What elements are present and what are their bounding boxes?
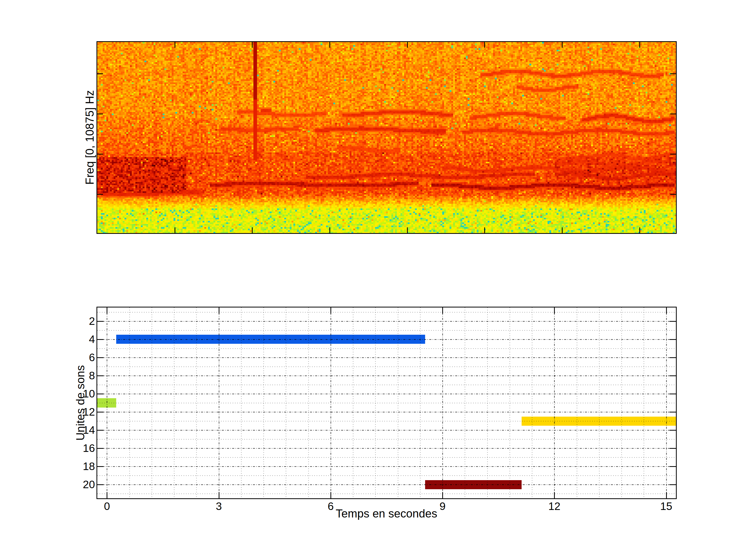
x-tick-label: 12 xyxy=(548,501,561,512)
x-tick-label: 6 xyxy=(328,501,334,512)
y-tick-label: 12 xyxy=(26,406,95,418)
y-tick-label: 10 xyxy=(26,389,95,399)
timeline-segment-unit-13 xyxy=(522,417,676,426)
timeline-plot xyxy=(97,307,677,499)
y-tick-label: 14 xyxy=(26,425,95,435)
spectrogram-y-axis-label: Freq [0, 10875] Hz xyxy=(83,90,96,185)
y-tick-label: 2 xyxy=(26,316,95,327)
matlab-figure: Freq [0, 10875] Hz Unites de sons Temps … xyxy=(0,0,747,560)
x-tick-label: 9 xyxy=(439,501,445,512)
y-tick-label: 16 xyxy=(26,443,95,454)
spectrogram-plot xyxy=(97,41,677,234)
x-tick-label: 0 xyxy=(104,501,110,512)
x-axis-label: Temps en secondes xyxy=(336,507,437,520)
y-tick-label: 20 xyxy=(26,479,95,490)
timeline-segment-unit-4 xyxy=(116,335,425,344)
timeline-segment-unit-11 xyxy=(97,398,116,407)
y-tick-label: 4 xyxy=(26,334,95,345)
y-tick-label: 6 xyxy=(26,352,95,363)
y-tick-label: 8 xyxy=(26,370,95,381)
x-tick-label: 15 xyxy=(660,501,672,512)
spectrogram-image xyxy=(97,42,676,233)
x-tick-label: 3 xyxy=(216,501,222,512)
timeline-segment-unit-20 xyxy=(425,480,522,489)
y-tick-label: 18 xyxy=(26,461,95,472)
